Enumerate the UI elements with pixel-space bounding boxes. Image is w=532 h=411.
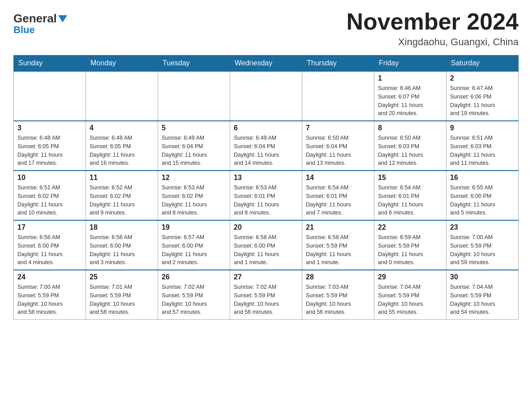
day-number: 4	[90, 124, 154, 132]
day-info: Sunrise: 6:58 AM Sunset: 6:00 PM Dayligh…	[234, 233, 298, 267]
calendar-cell: 12Sunrise: 6:53 AM Sunset: 6:02 PM Dayli…	[158, 171, 230, 220]
day-info: Sunrise: 6:54 AM Sunset: 6:01 PM Dayligh…	[378, 184, 442, 217]
day-number: 26	[162, 273, 226, 281]
calendar-cell: 28Sunrise: 7:03 AM Sunset: 5:59 PM Dayli…	[302, 270, 374, 320]
day-info: Sunrise: 6:48 AM Sunset: 6:05 PM Dayligh…	[17, 134, 82, 167]
logo: General Blue	[13, 9, 67, 36]
calendar-cell: 6Sunrise: 6:49 AM Sunset: 6:04 PM Daylig…	[230, 121, 302, 171]
day-number: 23	[450, 223, 515, 231]
calendar-cell: 5Sunrise: 6:49 AM Sunset: 6:04 PM Daylig…	[158, 121, 230, 171]
day-info: Sunrise: 7:01 AM Sunset: 5:59 PM Dayligh…	[90, 283, 154, 317]
calendar-cell: 22Sunrise: 6:59 AM Sunset: 5:59 PM Dayli…	[374, 220, 446, 270]
calendar-cell: 23Sunrise: 7:00 AM Sunset: 5:59 PM Dayli…	[446, 220, 519, 270]
calendar-cell	[302, 71, 374, 121]
day-info: Sunrise: 6:50 AM Sunset: 6:04 PM Dayligh…	[306, 134, 370, 167]
day-number: 25	[90, 273, 154, 281]
day-info: Sunrise: 6:58 AM Sunset: 5:59 PM Dayligh…	[306, 233, 370, 267]
calendar-week-row: 17Sunrise: 6:56 AM Sunset: 6:00 PM Dayli…	[14, 220, 519, 270]
day-number: 22	[378, 223, 442, 231]
day-number: 19	[162, 223, 226, 231]
day-number: 16	[450, 174, 515, 182]
calendar-week-row: 3Sunrise: 6:48 AM Sunset: 6:05 PM Daylig…	[14, 121, 519, 171]
calendar-cell: 30Sunrise: 7:04 AM Sunset: 5:59 PM Dayli…	[446, 270, 519, 320]
day-info: Sunrise: 7:04 AM Sunset: 5:59 PM Dayligh…	[450, 283, 515, 317]
calendar-cell: 1Sunrise: 6:46 AM Sunset: 6:07 PM Daylig…	[374, 71, 446, 121]
day-info: Sunrise: 6:49 AM Sunset: 6:04 PM Dayligh…	[234, 134, 298, 167]
day-number: 1	[378, 74, 442, 82]
day-info: Sunrise: 6:51 AM Sunset: 6:02 PM Dayligh…	[17, 184, 82, 217]
day-info: Sunrise: 6:54 AM Sunset: 6:01 PM Dayligh…	[306, 184, 370, 217]
day-info: Sunrise: 6:55 AM Sunset: 6:00 PM Dayligh…	[450, 184, 515, 217]
day-info: Sunrise: 6:56 AM Sunset: 6:00 PM Dayligh…	[17, 233, 82, 267]
calendar-cell: 2Sunrise: 6:47 AM Sunset: 6:06 PM Daylig…	[446, 71, 519, 121]
calendar-table: SundayMondayTuesdayWednesdayThursdayFrid…	[13, 55, 519, 320]
calendar-header-friday: Friday	[374, 56, 446, 72]
day-number: 11	[90, 174, 154, 182]
day-info: Sunrise: 7:02 AM Sunset: 5:59 PM Dayligh…	[234, 283, 298, 317]
day-number: 5	[162, 124, 226, 132]
calendar-cell: 9Sunrise: 6:51 AM Sunset: 6:03 PM Daylig…	[446, 121, 519, 171]
day-number: 6	[234, 124, 298, 132]
calendar-header-tuesday: Tuesday	[158, 56, 230, 72]
day-number: 14	[306, 174, 370, 182]
calendar-cell: 24Sunrise: 7:00 AM Sunset: 5:59 PM Dayli…	[14, 270, 86, 320]
calendar-cell: 19Sunrise: 6:57 AM Sunset: 6:00 PM Dayli…	[158, 220, 230, 270]
day-info: Sunrise: 7:00 AM Sunset: 5:59 PM Dayligh…	[450, 233, 515, 267]
calendar-cell: 7Sunrise: 6:50 AM Sunset: 6:04 PM Daylig…	[302, 121, 374, 171]
day-number: 29	[378, 273, 442, 281]
calendar-header-sunday: Sunday	[14, 56, 86, 72]
day-info: Sunrise: 7:00 AM Sunset: 5:59 PM Dayligh…	[17, 283, 82, 317]
calendar-week-row: 24Sunrise: 7:00 AM Sunset: 5:59 PM Dayli…	[14, 270, 519, 320]
day-number: 2	[450, 74, 515, 82]
calendar-header-row: SundayMondayTuesdayWednesdayThursdayFrid…	[14, 56, 519, 72]
calendar-header-wednesday: Wednesday	[230, 56, 302, 72]
day-info: Sunrise: 6:56 AM Sunset: 6:00 PM Dayligh…	[90, 233, 154, 267]
day-info: Sunrise: 6:48 AM Sunset: 6:05 PM Dayligh…	[90, 134, 154, 167]
calendar-cell: 21Sunrise: 6:58 AM Sunset: 5:59 PM Dayli…	[302, 220, 374, 270]
calendar-cell: 16Sunrise: 6:55 AM Sunset: 6:00 PM Dayli…	[446, 171, 519, 220]
day-info: Sunrise: 6:52 AM Sunset: 6:02 PM Dayligh…	[90, 184, 154, 217]
day-number: 28	[306, 273, 370, 281]
day-info: Sunrise: 7:02 AM Sunset: 5:59 PM Dayligh…	[162, 283, 226, 317]
day-number: 15	[378, 174, 442, 182]
calendar-cell: 17Sunrise: 6:56 AM Sunset: 6:00 PM Dayli…	[14, 220, 86, 270]
calendar-header-saturday: Saturday	[446, 56, 519, 72]
day-info: Sunrise: 6:49 AM Sunset: 6:04 PM Dayligh…	[162, 134, 226, 167]
calendar-cell: 26Sunrise: 7:02 AM Sunset: 5:59 PM Dayli…	[158, 270, 230, 320]
calendar-cell	[230, 71, 302, 121]
day-number: 20	[234, 223, 298, 231]
calendar-header-monday: Monday	[86, 56, 158, 72]
day-info: Sunrise: 6:53 AM Sunset: 6:01 PM Dayligh…	[234, 184, 298, 217]
day-number: 7	[306, 124, 370, 132]
day-info: Sunrise: 6:51 AM Sunset: 6:03 PM Dayligh…	[450, 134, 515, 167]
day-info: Sunrise: 6:47 AM Sunset: 6:06 PM Dayligh…	[450, 84, 515, 118]
calendar-cell: 8Sunrise: 6:50 AM Sunset: 6:03 PM Daylig…	[374, 121, 446, 171]
calendar-cell: 13Sunrise: 6:53 AM Sunset: 6:01 PM Dayli…	[230, 171, 302, 220]
day-number: 8	[378, 124, 442, 132]
calendar-cell: 4Sunrise: 6:48 AM Sunset: 6:05 PM Daylig…	[86, 121, 158, 171]
calendar-cell: 14Sunrise: 6:54 AM Sunset: 6:01 PM Dayli…	[302, 171, 374, 220]
day-number: 30	[450, 273, 515, 281]
day-number: 21	[306, 223, 370, 231]
day-info: Sunrise: 6:46 AM Sunset: 6:07 PM Dayligh…	[378, 84, 442, 118]
calendar-cell: 3Sunrise: 6:48 AM Sunset: 6:05 PM Daylig…	[14, 121, 86, 171]
day-info: Sunrise: 6:57 AM Sunset: 6:00 PM Dayligh…	[162, 233, 226, 267]
day-number: 27	[234, 273, 298, 281]
title-block: November 2024 Xingdaohu, Guangxi, China	[347, 9, 519, 48]
day-number: 17	[17, 223, 82, 231]
logo-blue: Blue	[13, 24, 35, 36]
day-info: Sunrise: 6:53 AM Sunset: 6:02 PM Dayligh…	[162, 184, 226, 217]
calendar-cell: 11Sunrise: 6:52 AM Sunset: 6:02 PM Dayli…	[86, 171, 158, 220]
calendar-cell: 29Sunrise: 7:04 AM Sunset: 5:59 PM Dayli…	[374, 270, 446, 320]
logo-triangle-icon	[58, 15, 67, 22]
calendar-cell: 25Sunrise: 7:01 AM Sunset: 5:59 PM Dayli…	[86, 270, 158, 320]
day-info: Sunrise: 7:03 AM Sunset: 5:59 PM Dayligh…	[306, 283, 370, 317]
day-number: 12	[162, 174, 226, 182]
calendar-cell: 18Sunrise: 6:56 AM Sunset: 6:00 PM Dayli…	[86, 220, 158, 270]
day-number: 13	[234, 174, 298, 182]
page-header: General Blue November 2024 Xingdaohu, Gu…	[13, 9, 519, 48]
calendar-cell	[14, 71, 86, 121]
day-number: 9	[450, 124, 515, 132]
location-title: Xingdaohu, Guangxi, China	[347, 36, 519, 48]
day-number: 24	[17, 273, 82, 281]
